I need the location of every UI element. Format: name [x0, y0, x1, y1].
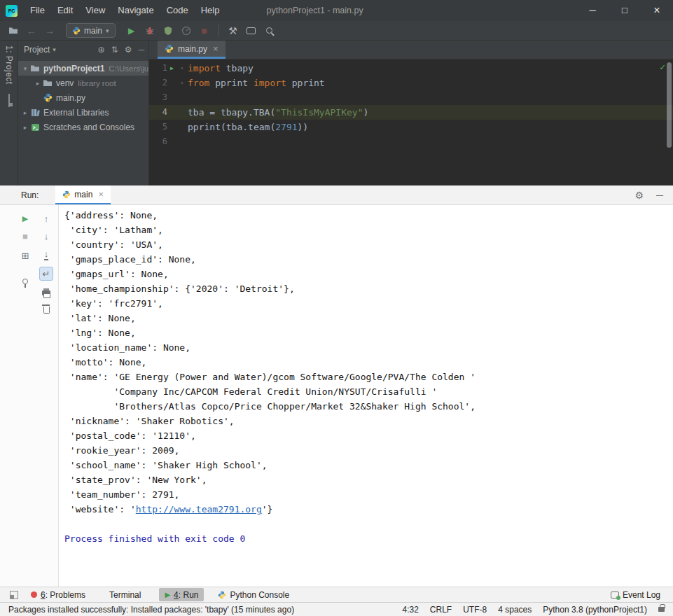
inspections-ok-icon[interactable]: ✓ [660, 62, 665, 72]
pycharm-logo-icon: PC [6, 5, 18, 17]
console-line: 'lat': None, [64, 311, 667, 326]
rerun-button[interactable]: ▶ [18, 211, 32, 225]
caret-position-widget[interactable]: 4:32 [403, 605, 419, 615]
run-console[interactable]: {'address': None, 'city': 'Latham', 'cou… [59, 205, 673, 587]
console-link[interactable]: http://www.team2791.org [136, 504, 262, 514]
menu-navigate[interactable]: Navigate [111, 0, 160, 21]
console-line: 'website': 'http://www.team2791.org'} [64, 502, 667, 517]
clear-console-icon[interactable] [39, 302, 53, 316]
run-button[interactable]: ▶ [123, 26, 141, 36]
up-stack-trace-icon[interactable]: ↑ [39, 211, 53, 225]
back-icon[interactable]: ← [22, 25, 41, 36]
console-text: 'team_number': 2791, [64, 489, 179, 500]
close-tab-icon[interactable]: × [98, 189, 104, 200]
editor-scrollbar[interactable] [667, 62, 672, 148]
pin-tab-icon[interactable] [18, 274, 32, 288]
menu-code[interactable]: Code [160, 0, 195, 21]
chevron-expanded-icon: ▾ [21, 65, 29, 72]
debug-button[interactable] [141, 26, 159, 36]
console-line: {'address': None, [64, 208, 667, 223]
python-icon [218, 591, 226, 599]
coverage-shield-icon [163, 26, 173, 36]
scroll-to-end-icon[interactable]: ↓ [39, 248, 53, 262]
project-tool-button[interactable]: 1: Project [4, 46, 14, 85]
maximize-button[interactable]: □ [609, 0, 641, 21]
minimize-button[interactable]: ─ [576, 0, 609, 21]
menu-edit[interactable]: Edit [51, 0, 79, 21]
encoding-widget[interactable]: UTF-8 [463, 605, 487, 615]
console-system-text: Process finished with exit code 0 [64, 533, 245, 544]
structure-tool-button[interactable] [8, 94, 10, 107]
editor-tab-main-py[interactable]: main.py × [158, 41, 226, 59]
gear-icon[interactable]: ⚙ [635, 190, 644, 201]
main-toolbar: ← → main ▾ ▶ ■ ⚒ [0, 21, 673, 41]
collapse-all-icon[interactable]: ⇅ [111, 45, 118, 55]
run-config-name: main [84, 26, 102, 36]
run-config-selector[interactable]: main ▾ [66, 23, 116, 38]
console-text: 'location_name': None, [64, 342, 190, 353]
tool-window-terminal[interactable]: Terminal [104, 588, 146, 601]
line-number: 2 [149, 76, 167, 90]
code-editor[interactable]: 1 ▶ ▾ import tbapy 2 ▾ from pprint impor… [149, 59, 673, 186]
switcher-icon [10, 591, 18, 599]
console-text: 'postal_code': '12110', [64, 430, 196, 441]
restore-layout-icon[interactable]: ⊞ [18, 248, 32, 262]
wrench-icon[interactable]: ⚒ [224, 25, 242, 36]
project-view-selector[interactable]: Project ▾ [24, 45, 56, 55]
console-line [64, 517, 667, 531]
hide-panel-icon[interactable]: ─ [656, 190, 663, 201]
select-opened-file-icon[interactable]: ⊕ [98, 45, 105, 55]
tree-item-scratches[interactable]: ▸ Scratches and Consoles [18, 120, 148, 134]
hide-panel-icon[interactable]: ─ [138, 45, 144, 55]
search-everywhere-icon[interactable] [261, 27, 279, 34]
forward-icon[interactable]: → [41, 25, 59, 36]
python-icon [62, 190, 71, 199]
open-icon[interactable] [4, 26, 22, 35]
readonly-lock-icon[interactable] [658, 607, 665, 612]
stop-button[interactable]: ■ [195, 25, 214, 36]
coverage-button[interactable] [159, 26, 177, 36]
line-separator-widget[interactable]: CRLF [430, 605, 452, 615]
tree-item-project-root[interactable]: ▾ pythonProject1 C:\Users\ju [18, 61, 148, 76]
tree-item-venv[interactable]: ▸ venv library root [18, 76, 148, 90]
console-text: 'website': ' [64, 504, 136, 514]
fold-icon[interactable]: ▾ [176, 76, 188, 90]
close-button[interactable]: × [641, 0, 673, 21]
run-tab-main[interactable]: main × [55, 186, 111, 204]
soft-wrap-icon[interactable]: ↵ [39, 267, 53, 281]
structure-icon [8, 94, 10, 107]
menu-help[interactable]: Help [195, 0, 226, 21]
event-log-button[interactable]: Event Log [605, 588, 666, 601]
layout-icon[interactable] [242, 27, 261, 34]
interpreter-widget[interactable]: Python 3.8 (pythonProject1) [543, 605, 647, 615]
fold-icon[interactable]: ▾ [176, 61, 188, 76]
print-icon[interactable] [39, 285, 53, 299]
console-line: 'state_prov': 'New York', [64, 472, 667, 487]
tree-item-main-py[interactable]: main.py [18, 90, 148, 105]
code-token: pprint(tba.team( [188, 122, 275, 132]
editor-line: 2 ▾ from pprint import pprint [149, 76, 673, 90]
run-line-icon[interactable]: ▶ [167, 61, 176, 76]
indent-widget[interactable]: 4 spaces [498, 605, 532, 615]
tree-item-label: pythonProject1 [43, 64, 104, 74]
run-icon: ▶ [165, 591, 170, 598]
console-line: 'Company Inc/CAPCOM Federal Credit Union… [64, 384, 667, 399]
tool-window-python-console[interactable]: Python Console [212, 588, 295, 601]
profiler-button[interactable] [177, 26, 195, 36]
stop-button[interactable]: ■ [18, 229, 32, 243]
menu-view[interactable]: View [79, 0, 111, 21]
tree-item-label: venv [56, 78, 74, 88]
tool-window-problems[interactable]: 6: Problems [25, 588, 91, 601]
gear-icon[interactable]: ⚙ [125, 45, 132, 55]
menu-file[interactable]: File [24, 0, 51, 21]
close-tab-icon[interactable]: × [213, 43, 218, 54]
tool-window-run[interactable]: ▶ 4: Run [159, 588, 204, 601]
console-text: 'country': 'USA', [64, 239, 163, 250]
profiler-icon [181, 26, 191, 36]
down-stack-trace-icon[interactable]: ↓ [39, 229, 53, 243]
title-bar: PC File Edit View Navigate Code Help pyt… [0, 0, 673, 21]
code-token: import [188, 63, 221, 74]
tree-item-external-libraries[interactable]: ▸ External Libraries [18, 105, 148, 120]
tool-window-switcher[interactable] [7, 588, 21, 601]
editor-line-current: 4 tba = tbapy.TBA("ThisIsMyAPIKey") [149, 105, 673, 120]
